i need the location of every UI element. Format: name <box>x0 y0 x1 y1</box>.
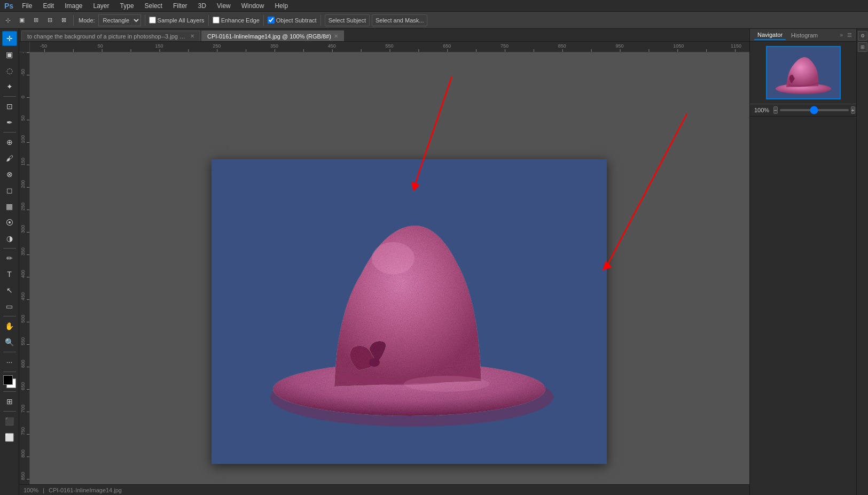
toolbar-marquee-icon: ▣ <box>16 14 28 26</box>
navigator-preview <box>750 42 856 104</box>
menu-edit[interactable]: Edit <box>38 1 58 11</box>
canvas-scroll[interactable] <box>30 52 749 495</box>
tool-magic-wand[interactable]: ✦ <box>2 79 17 94</box>
menu-filter[interactable]: Filter <box>169 1 192 11</box>
zoom-out-btn[interactable]: − <box>773 106 778 114</box>
mode-select[interactable]: Rectangle Ellipse Lasso <box>98 14 141 26</box>
tool-screen-mode[interactable]: ⬛ <box>2 414 17 429</box>
tool-zoom[interactable]: 🔍 <box>2 335 17 350</box>
ruler-v-canvas <box>19 52 30 495</box>
zoom-slider[interactable] <box>780 109 849 111</box>
tool-brush[interactable]: 🖌 <box>2 151 17 166</box>
svg-point-2 <box>369 358 380 367</box>
tool-clone[interactable]: ⊗ <box>2 167 17 182</box>
select-mask-button[interactable]: Select and Mask... <box>372 14 428 26</box>
menu-view[interactable]: View <box>213 1 235 11</box>
object-subtract-checkbox[interactable] <box>268 17 275 24</box>
tool-rectangle-shape[interactable]: ▭ <box>2 299 17 314</box>
hat-image-container <box>212 159 607 464</box>
object-subtract-wrap[interactable]: Object Subtract <box>268 17 317 24</box>
fg-color-swatch <box>3 375 13 385</box>
sample-all-layers-checkbox[interactable] <box>149 17 156 24</box>
toolbar-move-icon: ⊹ <box>2 14 14 26</box>
tool-eyedropper[interactable]: ✒ <box>2 115 17 130</box>
toolbar-extra-icon2: ⊟ <box>44 14 56 26</box>
hat-svg <box>254 178 564 445</box>
canvas-inner <box>30 52 749 495</box>
status-zoom: 100% <box>24 487 38 493</box>
right-panel: Navigator Histogram » ☰ <box>749 29 856 495</box>
tool-more[interactable]: ··· <box>2 354 17 369</box>
zoom-in-btn[interactable]: + <box>851 106 855 114</box>
panel-menu-icon[interactable]: ☰ <box>847 32 852 38</box>
object-subtract-label: Object Subtract <box>276 17 317 24</box>
photoshop-document <box>212 159 607 464</box>
sample-all-layers-wrap[interactable]: Sample All Layers <box>149 17 205 24</box>
tool-hand[interactable]: ✋ <box>2 319 17 334</box>
sample-all-layers-label: Sample All Layers <box>158 17 205 24</box>
menu-file[interactable]: File <box>18 1 36 11</box>
canvas-area: to change the background of a picture in… <box>19 29 749 495</box>
fg-bg-colors[interactable] <box>2 374 17 389</box>
ps-logo: Ps <box>4 2 13 10</box>
left-toolpanel: ✛ ▣ ◌ ✦ ⊡ ✒ ⊕ 🖌 ⊗ ◻ ▦ ⦿ ◑ ✏ T ↖ ▭ ✋ 🔍 ··… <box>0 29 19 495</box>
tool-dodge[interactable]: ◑ <box>2 231 17 246</box>
tool-quick-mask[interactable]: ⊞ <box>2 394 17 409</box>
ruler-vertical <box>19 52 30 495</box>
tab-0[interactable]: to change the background of a picture in… <box>21 30 200 41</box>
tool-blur[interactable]: ⦿ <box>2 215 17 230</box>
tool-path-selection[interactable]: ↖ <box>2 283 17 298</box>
tool-healing[interactable]: ⊕ <box>2 135 17 150</box>
status-filename: CPI-0161-InlineImage14.jpg <box>49 487 122 493</box>
fr-expand-icon[interactable]: ⊞ <box>858 42 867 52</box>
menu-select[interactable]: Select <box>140 1 167 11</box>
menubar: Ps File Edit Image Layer Type Select Fil… <box>0 0 868 12</box>
status-separator: | <box>43 487 44 493</box>
tool-screen-mode2[interactable]: ⬜ <box>2 430 17 445</box>
tool-gradient[interactable]: ▦ <box>2 199 17 214</box>
fr-gear-icon[interactable]: ⚙ <box>858 31 867 41</box>
histogram-tab[interactable]: Histogram <box>788 31 821 40</box>
select-subject-button[interactable]: Select Subject <box>325 14 370 26</box>
svg-point-4 <box>404 376 489 392</box>
enhance-edge-wrap[interactable]: Enhance Edge <box>213 17 260 24</box>
navigator-panel: Navigator Histogram » ☰ <box>750 29 856 117</box>
enhance-edge-checkbox[interactable] <box>213 17 220 24</box>
canvas-with-ruler <box>19 52 749 495</box>
tool-move[interactable]: ✛ <box>2 31 17 46</box>
tool-marquee[interactable]: ▣ <box>2 47 17 62</box>
main-layout: ✛ ▣ ◌ ✦ ⊡ ✒ ⊕ 🖌 ⊗ ◻ ▦ ⦿ ◑ ✏ T ↖ ▭ ✋ 🔍 ··… <box>0 29 868 495</box>
navigator-header: Navigator Histogram » ☰ <box>750 29 856 42</box>
ruler-corner <box>19 42 30 52</box>
tab-1-close[interactable]: ✕ <box>334 33 338 39</box>
tab-0-close[interactable]: ✕ <box>190 33 194 39</box>
ruler-h-canvas <box>30 42 749 52</box>
svg-line-7 <box>607 114 687 266</box>
tab-1[interactable]: CPI-0161-InlineImage14.jpg @ 100% (RGB/8… <box>201 30 344 41</box>
tool-eraser[interactable]: ◻ <box>2 183 17 198</box>
enhance-edge-label: Enhance Edge <box>221 17 260 24</box>
far-right-panel: ⚙ ⊞ <box>856 29 868 495</box>
panel-expand-icon[interactable]: » <box>840 32 843 38</box>
menu-type[interactable]: Type <box>116 1 138 11</box>
tool-type[interactable]: T <box>2 267 17 282</box>
menu-help[interactable]: Help <box>270 1 292 11</box>
tool-pen[interactable]: ✏ <box>2 251 17 266</box>
toolbar-extra-icon1: ⊞ <box>30 14 42 26</box>
tool-crop[interactable]: ⊡ <box>2 99 17 114</box>
tab-0-label: to change the background of a picture in… <box>27 33 187 40</box>
menu-layer[interactable]: Layer <box>89 1 114 11</box>
menu-3d[interactable]: 3D <box>194 1 210 11</box>
menu-image[interactable]: Image <box>60 1 87 11</box>
toolbar-extra-icon3: ⊠ <box>58 14 69 26</box>
navigator-tab[interactable]: Navigator <box>754 30 786 40</box>
ruler-h-track <box>30 42 749 52</box>
mode-label: Mode: <box>77 17 96 24</box>
tool-lasso[interactable]: ◌ <box>2 63 17 78</box>
tab-1-label: CPI-0161-InlineImage14.jpg @ 100% (RGB/8… <box>207 33 331 40</box>
menu-window[interactable]: Window <box>237 1 269 11</box>
ruler-horizontal <box>19 42 749 52</box>
nav-hat-mini-svg <box>771 49 835 97</box>
zoom-label: 100% <box>754 107 771 113</box>
navigator-thumbnail <box>766 46 841 99</box>
